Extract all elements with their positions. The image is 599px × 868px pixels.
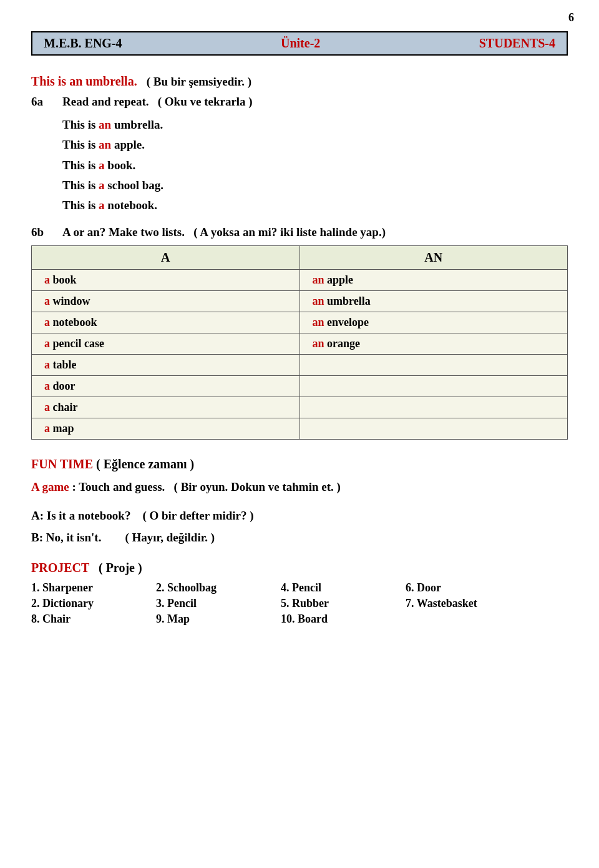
sentence-2: This is an apple. (62, 135, 568, 155)
game-label: A game (31, 480, 69, 493)
sentence-1: This is an umbrella. (62, 115, 568, 135)
project-item-10: 10. Board (281, 613, 406, 626)
section-title-text1: This is an umbrella. (31, 74, 137, 88)
table-cell-a6: a door (32, 376, 300, 397)
table-row: a window an umbrella (32, 291, 568, 312)
table-row: a map (32, 418, 568, 440)
project-item-5: 5. Rubber (281, 597, 406, 610)
game-text: : Touch and guess. (72, 480, 165, 493)
game-line: A game : Touch and guess. ( Bir oyun. Do… (31, 480, 568, 494)
activity-6a-row: 6a Read and repeat. ( Oku ve tekrarla ) (31, 95, 568, 109)
project-item-4: 4. Pencil (281, 581, 406, 594)
table-cell-an3: an envelope (300, 312, 568, 333)
dialogue-a-turkish: ( O bir defter midir? ) (142, 509, 253, 522)
project-item-7: 7. Wastebasket (406, 597, 530, 610)
activity-6b-row: 6b A or an? Make two lists. ( A yoksa an… (31, 225, 568, 239)
header-left: M.E.B. ENG-4 (44, 36, 122, 51)
table-row: a table (32, 355, 568, 376)
header-right: STUDENTS-4 (479, 36, 555, 51)
project-item-empty (406, 613, 530, 626)
sentence-3: This is a book. (62, 155, 568, 175)
section-title: This is an umbrella. ( Bu bir şemsiyedir… (31, 74, 568, 89)
dialogue-line-a: A: Is it a notebook? ( O bir defter midi… (31, 505, 568, 526)
fun-time-section: FUN TIME ( Eğlence zamanı ) A game : Tou… (31, 457, 568, 494)
fun-time-title: FUN TIME ( Eğlence zamanı ) (31, 457, 568, 471)
fun-time-turkish: ( Eğlence zamanı ) (96, 457, 194, 471)
project-title-turkish: ( Proje ) (99, 561, 142, 575)
table-cell-a4: a pencil case (32, 333, 300, 355)
section-title-text2: ( Bu bir şemsiyedir. ) (147, 75, 251, 88)
dialogue-b-text: B: No, it isn't. (31, 531, 101, 544)
table-cell-an8 (300, 418, 568, 440)
project-item-3: 3. Pencil (156, 597, 281, 610)
activity-6a-label: 6a (31, 95, 62, 109)
project-item-8: 8. Chair (31, 613, 156, 626)
col-an-header: AN (300, 246, 568, 270)
dialogue-b-turkish: ( Hayır, değildir. ) (125, 531, 215, 544)
project-item-dict: 2. Dictionary (31, 597, 156, 610)
vocab-table: A AN a book an apple a window an umbrell… (31, 245, 568, 440)
game-turkish: ( Bir oyun. Dokun ve tahmin et. ) (174, 480, 341, 493)
table-cell-a3: a notebook (32, 312, 300, 333)
table-row: a pencil case an orange (32, 333, 568, 355)
project-title: PROJECT ( Proje ) (31, 561, 568, 575)
table-cell-a1: a book (32, 270, 300, 291)
table-row: a notebook an envelope (32, 312, 568, 333)
table-cell-a8: a map (32, 418, 300, 440)
activity-6a-instruction: Read and repeat. (62, 95, 149, 108)
activity-6a-content: Read and repeat. ( Oku ve tekrarla ) (62, 95, 568, 109)
project-item-1: 1. Sharpener (31, 581, 156, 594)
table-cell-an1: an apple (300, 270, 568, 291)
table-cell-an7 (300, 397, 568, 418)
table-row: a door (32, 376, 568, 397)
fun-time-label: FUN TIME (31, 457, 93, 471)
header-bar: M.E.B. ENG-4 Ünite-2 STUDENTS-4 (31, 31, 568, 56)
col-a-header: A (32, 246, 300, 270)
table-cell-an5 (300, 355, 568, 376)
activity-6a-instruction-turkish: ( Oku ve tekrarla ) (158, 95, 253, 108)
activity-6b-instruction-turkish: ( A yoksa an mi? iki liste halinde yap.) (193, 225, 386, 239)
dialogue-line-b: B: No, it isn't. ( Hayır, değildir. ) (31, 527, 568, 548)
activity-6b-content: A or an? Make two lists. ( A yoksa an mi… (62, 225, 568, 239)
header-center: Ünite-2 (281, 36, 320, 51)
project-label: PROJECT (31, 561, 89, 575)
table-cell-a2: a window (32, 291, 300, 312)
table-row: a chair (32, 397, 568, 418)
table-cell-a5: a table (32, 355, 300, 376)
table-cell-a7: a chair (32, 397, 300, 418)
page-number: 6 (568, 11, 574, 24)
table-cell-an4: an orange (300, 333, 568, 355)
dialogue-a-text: A: Is it a notebook? (31, 509, 130, 522)
activity-6b-label: 6b (31, 225, 62, 239)
project-item-2: 2. Schoolbag (156, 581, 281, 594)
sentences-block: This is an umbrella. This is an apple. T… (62, 115, 568, 215)
project-item-6: 6. Door (406, 581, 530, 594)
project-item-9: 9. Map (156, 613, 281, 626)
table-cell-an2: an umbrella (300, 291, 568, 312)
activity-6b-instruction: A or an? Make two lists. (62, 225, 185, 239)
sentence-5: This is a notebook. (62, 195, 568, 215)
project-items-grid: 1. Sharpener 2. Schoolbag 4. Pencil 6. D… (31, 581, 568, 626)
table-row: a book an apple (32, 270, 568, 291)
sentence-4: This is a school bag. (62, 175, 568, 195)
project-section: PROJECT ( Proje ) 1. Sharpener 2. School… (31, 561, 568, 626)
dialogue-block: A: Is it a notebook? ( O bir defter midi… (31, 505, 568, 548)
table-cell-an6 (300, 376, 568, 397)
